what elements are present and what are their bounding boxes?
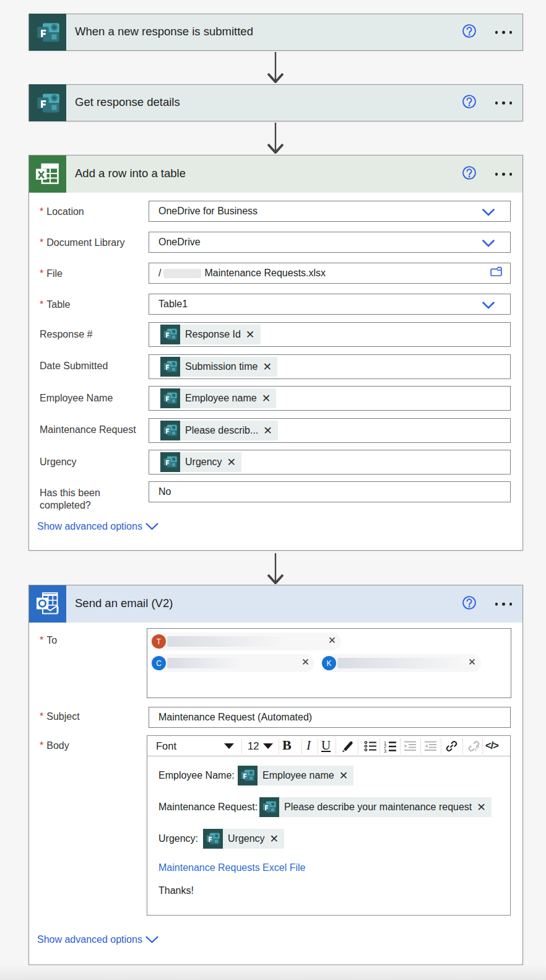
svg-text:3: 3 <box>384 748 386 754</box>
